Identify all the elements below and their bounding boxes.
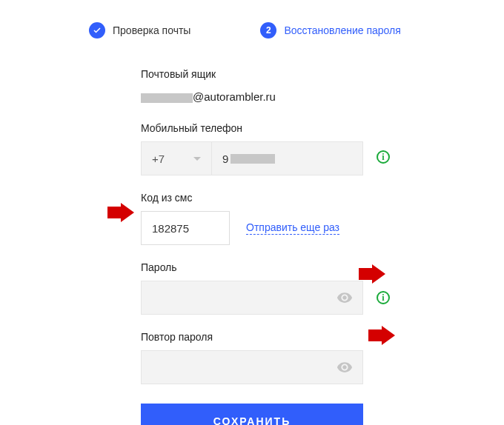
phone-label: Мобильный телефон [141,122,363,134]
step-1: Проверка почты [89,22,190,39]
sms-code-input[interactable] [141,211,230,245]
password-repeat-input[interactable] [141,350,363,384]
email-group: Почтовый ящик @autorambler.ru [141,68,363,106]
phone-input[interactable]: 9 [212,141,363,175]
step-2-label: Восстановление пароля [284,24,400,36]
phone-redacted [231,154,275,164]
svg-marker-1 [359,264,385,284]
country-code-select[interactable]: +7 [141,141,212,175]
password-group: Пароль i [141,261,363,315]
check-icon [89,22,105,39]
eye-icon[interactable] [336,290,353,306]
password-input[interactable] [141,281,363,315]
info-icon[interactable]: i [377,150,390,164]
save-button[interactable]: СОХРАНИТЬ [141,404,363,425]
info-icon[interactable]: i [377,291,390,304]
arrow-icon [368,326,395,345]
password-label: Пароль [141,261,363,273]
svg-marker-0 [107,203,134,222]
arrow-icon [107,203,134,222]
sms-label: Код из смс [141,192,363,204]
password-repeat-group: Повтор пароля [141,331,363,384]
stepper: Проверка почты 2 Восстановление пароля [0,0,504,39]
sms-group: Код из смс Отправить еще раз [141,192,363,245]
step-2: 2 Восстановление пароля [260,22,400,39]
resend-sms-link[interactable]: Отправить еще раз [246,221,339,235]
eye-icon[interactable] [336,359,353,375]
step-2-number: 2 [260,22,276,39]
password-repeat-label: Повтор пароля [141,331,363,343]
step-1-label: Проверка почты [113,24,190,36]
recovery-form: Почтовый ящик @autorambler.ru Мобильный … [141,68,363,425]
email-value: @autorambler.ru [141,87,363,106]
svg-marker-2 [368,326,395,345]
arrow-icon [359,264,385,284]
email-redacted [141,93,193,103]
phone-group: Мобильный телефон +7 9 i [141,122,363,175]
chevron-down-icon [193,157,201,161]
email-label: Почтовый ящик [141,68,363,80]
